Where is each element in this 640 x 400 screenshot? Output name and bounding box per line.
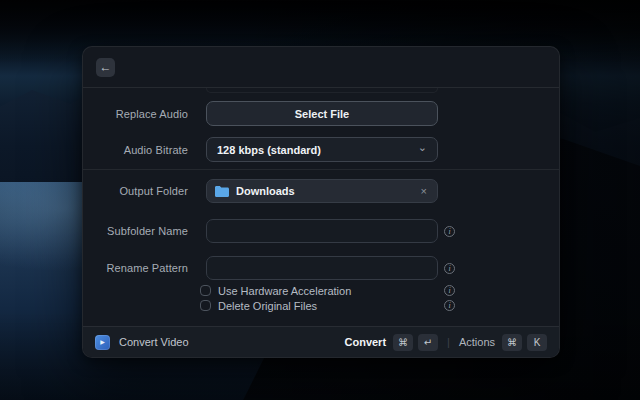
delete-original-files-row: Delete Original Files i: [83, 299, 559, 312]
command-key[interactable]: ⌘: [502, 334, 522, 351]
info-icon[interactable]: i: [444, 285, 455, 296]
folder-icon: [215, 186, 229, 197]
hardware-acceleration-row: Use Hardware Acceleration i: [83, 284, 559, 297]
app-window: ← Replace Audio Select File Audio Bitrat…: [82, 46, 560, 358]
footer-bar: ▶ Convert Video Convert ⌘ ↵ | Actions ⌘ …: [83, 326, 559, 357]
k-key[interactable]: K: [527, 334, 547, 351]
delete-original-files-label: Delete Original Files: [218, 300, 317, 312]
subfolder-name-row: Subfolder Name i: [83, 219, 559, 243]
select-file-button[interactable]: Select File: [206, 101, 438, 126]
audio-bitrate-row: Audio Bitrate 128 kbps (standard) ⌄: [83, 137, 559, 162]
clear-output-folder-button[interactable]: ×: [419, 186, 429, 197]
close-icon: ×: [421, 185, 427, 197]
info-icon[interactable]: i: [444, 300, 455, 311]
back-button[interactable]: ←: [96, 58, 115, 77]
actions-menu-label[interactable]: Actions: [459, 336, 495, 348]
convert-action-label[interactable]: Convert: [345, 336, 387, 348]
form-content: Replace Audio Select File Audio Bitrate …: [83, 88, 559, 326]
replace-audio-row: Replace Audio Select File: [83, 101, 559, 126]
back-arrow-icon: ←: [100, 61, 112, 73]
footer-actions: Convert ⌘ ↵ | Actions ⌘ K: [345, 334, 548, 351]
footer-app-identity: ▶ Convert Video: [95, 335, 189, 350]
command-key[interactable]: ⌘: [393, 334, 413, 351]
scrolled-field-edge: [206, 88, 438, 93]
rename-pattern-label: Rename Pattern: [83, 262, 188, 274]
delete-original-files-checkbox[interactable]: [200, 300, 211, 311]
output-folder-field[interactable]: Downloads ×: [206, 179, 438, 203]
footer-separator: |: [447, 336, 450, 348]
rename-pattern-input[interactable]: [206, 256, 438, 280]
play-icon: ▶: [100, 339, 105, 345]
use-hardware-acceleration-checkbox[interactable]: [200, 285, 211, 296]
use-hardware-acceleration-label: Use Hardware Acceleration: [218, 285, 351, 297]
return-key[interactable]: ↵: [418, 334, 438, 351]
info-icon[interactable]: i: [444, 263, 455, 274]
subfolder-name-input[interactable]: [206, 219, 438, 243]
subfolder-name-label: Subfolder Name: [83, 225, 188, 237]
audio-bitrate-label: Audio Bitrate: [83, 144, 188, 156]
output-folder-label: Output Folder: [83, 185, 188, 197]
section-divider: [83, 169, 559, 170]
app-icon: ▶: [95, 335, 110, 350]
window-header: ←: [83, 47, 559, 88]
replace-audio-label: Replace Audio: [83, 108, 188, 120]
output-folder-row: Output Folder Downloads ×: [83, 179, 559, 203]
output-folder-value: Downloads: [236, 185, 419, 197]
chevron-down-icon: ⌄: [418, 145, 427, 151]
audio-bitrate-select[interactable]: 128 kbps (standard) ⌄: [206, 137, 438, 162]
app-name-label: Convert Video: [119, 336, 189, 348]
rename-pattern-row: Rename Pattern i: [83, 256, 559, 280]
audio-bitrate-value: 128 kbps (standard): [217, 144, 418, 156]
info-icon[interactable]: i: [444, 226, 455, 237]
